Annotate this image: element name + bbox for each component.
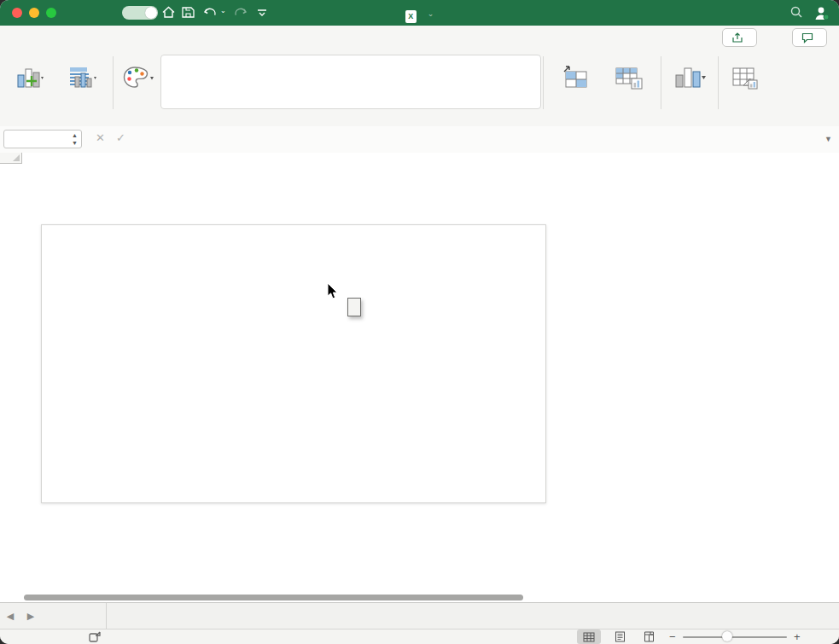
name-box[interactable]: ▲▼ <box>3 130 82 148</box>
change-chart-type-button[interactable] <box>665 55 714 115</box>
switch-row-column-button[interactable] <box>551 55 600 115</box>
select-data-button[interactable] <box>600 55 656 115</box>
move-chart-button[interactable] <box>722 55 766 115</box>
select-data-icon <box>613 65 644 92</box>
comment-button[interactable] <box>792 28 827 47</box>
comment-icon <box>801 32 813 44</box>
excel-doc-icon: X <box>405 10 417 23</box>
formula-bar: ▲▼ ✕ ✓ ▼ <box>0 126 839 154</box>
ribbon-tab-bar <box>0 26 839 50</box>
grid-view-icon <box>583 632 595 642</box>
move-chart-icon <box>730 65 759 92</box>
excel-window: ⌄ X ⌄ <box>0 0 839 644</box>
switch-row-column-icon <box>561 65 590 92</box>
zoom-slider-knob[interactable] <box>722 631 732 641</box>
ribbon <box>0 49 839 127</box>
add-chart-element-button[interactable] <box>7 55 53 115</box>
account-icon[interactable] <box>813 5 830 20</box>
chart-styles-gallery <box>160 55 541 109</box>
add-sheet-button[interactable] <box>70 603 107 629</box>
enter-icon[interactable]: ✓ <box>116 131 125 144</box>
share-icon <box>731 32 743 44</box>
name-box-stepper[interactable]: ▲▼ <box>72 131 78 147</box>
zoom-slider-track[interactable] <box>683 636 787 638</box>
formula-bar-expand-chevron[interactable]: ▼ <box>824 135 832 143</box>
page-layout-icon <box>615 631 626 642</box>
display-settings-icon[interactable] <box>89 631 102 642</box>
change-colors-button[interactable] <box>116 55 160 115</box>
zoom-out-button[interactable]: − <box>669 630 676 643</box>
sheet-tab-bar: ◀ ▶ <box>0 602 839 629</box>
page-break-view-button[interactable] <box>637 629 661 644</box>
titlebar: ⌄ X ⌄ <box>0 0 839 26</box>
sheet-tab-spacer <box>41 603 70 629</box>
change-chart-type-icon <box>673 65 707 92</box>
search-icon[interactable] <box>789 5 803 19</box>
zoom-in-button[interactable]: + <box>794 630 801 643</box>
document-title[interactable]: X ⌄ <box>0 0 839 26</box>
mouse-cursor <box>327 282 340 300</box>
share-button[interactable] <box>722 28 757 47</box>
status-bar: − + <box>0 629 839 644</box>
add-chart-element-icon <box>15 65 44 92</box>
cancel-icon[interactable]: ✕ <box>96 131 105 144</box>
sheet-nav-right-icon[interactable]: ▶ <box>20 603 41 629</box>
quick-layout-button[interactable] <box>56 55 108 115</box>
sheet-nav-left-icon[interactable]: ◀ <box>0 603 20 629</box>
page-break-icon <box>644 631 655 642</box>
horizontal-scrollbar-thumb[interactable] <box>24 595 523 600</box>
chart-object[interactable] <box>41 224 546 503</box>
normal-view-button[interactable] <box>577 629 601 644</box>
page-layout-view-button[interactable] <box>608 629 632 644</box>
select-all-corner[interactable] <box>0 153 22 164</box>
change-colors-icon <box>121 65 155 92</box>
gridline-tooltip <box>347 298 361 316</box>
quick-layout-icon <box>67 65 97 92</box>
